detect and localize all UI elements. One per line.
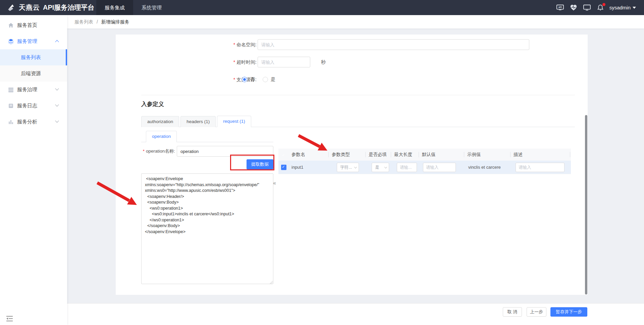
sidebar: 服务首页 服务管理 服务列表 后端资源 服务治理 <box>0 15 67 325</box>
chevron-up-icon <box>55 40 59 44</box>
chevron-down-icon <box>55 87 59 90</box>
previous-step-button[interactable]: 上一步 <box>527 307 546 317</box>
param-name-cell: input1 <box>288 161 329 174</box>
sidebar-item-service-management[interactable]: 服务管理 <box>0 33 67 49</box>
panel-collapse-icon[interactable]: « <box>273 180 276 186</box>
breadcrumb: 服务列表 / 新增编排服务 <box>74 15 129 29</box>
sidebar-item-label: 服务治理 <box>17 87 37 93</box>
namespace-label: *命名空间: <box>213 39 257 50</box>
col-required: 是否必填 <box>366 149 391 161</box>
log-icon <box>8 103 14 109</box>
namespace-input[interactable] <box>258 39 529 50</box>
sidebar-item-service-home[interactable]: 服务首页 <box>0 17 67 33</box>
cache-no-label: 否 <box>250 76 255 83</box>
card-scrollbar[interactable] <box>585 115 587 294</box>
timeout-label: *超时时间: <box>213 57 257 67</box>
brand[interactable]: 天燕云 <box>7 0 40 15</box>
param-table-row: input1 字符... 是 vinc <box>278 161 571 174</box>
param-tabs: authorization headers (1) request (1) <box>141 116 253 127</box>
topnav-service-integration[interactable]: 服务集成 <box>96 0 133 15</box>
username[interactable]: sysadmin <box>609 5 631 10</box>
cache-yes-radio[interactable] <box>263 77 268 82</box>
sidebar-item-service-analysis[interactable]: 服务分析 <box>0 114 67 130</box>
description-input[interactable] <box>516 163 565 172</box>
topnav-system-management[interactable]: 系统管理 <box>133 0 170 15</box>
topbar: 天燕云 API服务治理平台 服务集成 系统管理 API <box>0 0 644 15</box>
notification-badge <box>602 3 605 6</box>
cancel-button[interactable]: 取 消 <box>503 307 522 317</box>
breadcrumb-bar: 服务列表 / 新增编排服务 <box>67 15 644 29</box>
health-monitor-icon[interactable] <box>569 3 578 12</box>
app-screen: 天燕云 API服务治理平台 服务集成 系统管理 API <box>0 0 644 325</box>
required-mark: * <box>143 149 145 154</box>
sidebar-item-service-logs[interactable]: 服务日志 <box>0 98 67 114</box>
chevron-down-icon <box>55 103 59 106</box>
sidebar-item-backend-resources[interactable]: 后端资源 <box>0 65 67 82</box>
col-max-length: 最大长度 <box>391 149 419 161</box>
example-value-text: vinclis et carcere <box>468 165 501 170</box>
chevron-down-icon <box>384 165 387 168</box>
server-icon <box>8 87 14 93</box>
section-divider <box>141 95 575 95</box>
param-table-header: 参数名 参数类型 是否必填 最大长度 默认值 示例值 描述 <box>278 149 571 161</box>
chevron-down-icon <box>55 119 59 122</box>
breadcrumb-current: 新增编排服务 <box>101 19 129 24</box>
sidebar-item-label: 服务首页 <box>17 22 37 29</box>
timeout-unit: 秒 <box>321 57 326 67</box>
textarea-resize-handle[interactable] <box>269 281 273 284</box>
sidebar-item-label: 服务管理 <box>17 38 37 45</box>
user-menu-caret-icon[interactable] <box>633 7 636 9</box>
default-value-input[interactable] <box>423 163 456 172</box>
chevron-down-icon <box>354 165 357 168</box>
sidebar-item-service-list[interactable]: 服务列表 <box>0 49 67 65</box>
page-content: *命名空间: *超时时间: 秒 *支持缓存: 否 是 入参定义 <box>67 29 644 303</box>
footer-bar: 取 消 上一步 暂存并下一步 <box>67 303 644 325</box>
notification-bell-icon[interactable] <box>596 3 605 12</box>
form-card: *命名空间: *超时时间: 秒 *支持缓存: 否 是 入参定义 <box>116 35 588 295</box>
tab-headers[interactable]: headers (1) <box>180 116 216 127</box>
tab-request[interactable]: request (1) <box>217 116 251 127</box>
operation-name-input[interactable] <box>177 146 273 157</box>
breadcrumb-service-list[interactable]: 服务列表 <box>74 19 93 24</box>
cache-radio-group: 否 是 <box>242 75 275 84</box>
save-and-next-button[interactable]: 暂存并下一步 <box>550 307 587 317</box>
tab-authorization[interactable]: authorization <box>141 116 179 127</box>
col-description: 描述 <box>511 149 570 161</box>
extract-data-button[interactable]: 提取数据 <box>247 159 273 169</box>
input-params-title: 入参定义 <box>141 100 164 108</box>
logo-text: 天燕云 <box>19 3 40 12</box>
product-title: API服务治理平台 <box>43 0 94 15</box>
required-mark: * <box>233 42 235 47</box>
sidebar-collapse-icon[interactable] <box>6 316 13 322</box>
tab-operation[interactable]: operation <box>146 131 177 142</box>
required-mark: * <box>233 77 235 82</box>
row-checkbox[interactable] <box>281 165 286 170</box>
cache-yes-label: 是 <box>271 76 275 83</box>
param-type-select[interactable]: 字符... <box>337 163 359 172</box>
required-select[interactable]: 是 <box>372 163 389 172</box>
layers-icon <box>8 39 14 44</box>
max-length-input[interactable] <box>397 163 417 172</box>
col-param-type: 参数类型 <box>329 149 366 161</box>
sidebar-item-label: 服务日志 <box>17 103 37 109</box>
timeout-input[interactable] <box>258 57 310 67</box>
breadcrumb-separator: / <box>97 19 98 24</box>
logo-icon <box>7 3 16 12</box>
topbar-actions: API <box>556 0 644 15</box>
required-mark: * <box>233 59 235 65</box>
soap-xml-textarea[interactable]: <soapenv:Envelope xmlns:soapenv="http://… <box>141 173 273 284</box>
home-icon <box>8 22 14 28</box>
svg-text:API: API <box>558 6 562 8</box>
operation-tabs: operation <box>146 131 178 142</box>
sidebar-item-service-governance[interactable]: 服务治理 <box>0 82 67 98</box>
cache-no-radio[interactable] <box>242 77 247 82</box>
col-default-value: 默认值 <box>419 149 464 161</box>
col-example-value: 示例值 <box>464 149 511 161</box>
sidebar-item-label: 服务分析 <box>17 119 37 125</box>
col-param-name: 参数名 <box>288 149 329 161</box>
operation-name-label: *operation名称: <box>141 146 175 157</box>
top-nav: 服务集成 系统管理 <box>96 0 170 15</box>
api-console-icon[interactable]: API <box>556 3 565 12</box>
bar-chart-icon <box>8 119 14 125</box>
screen-icon[interactable] <box>583 3 591 12</box>
